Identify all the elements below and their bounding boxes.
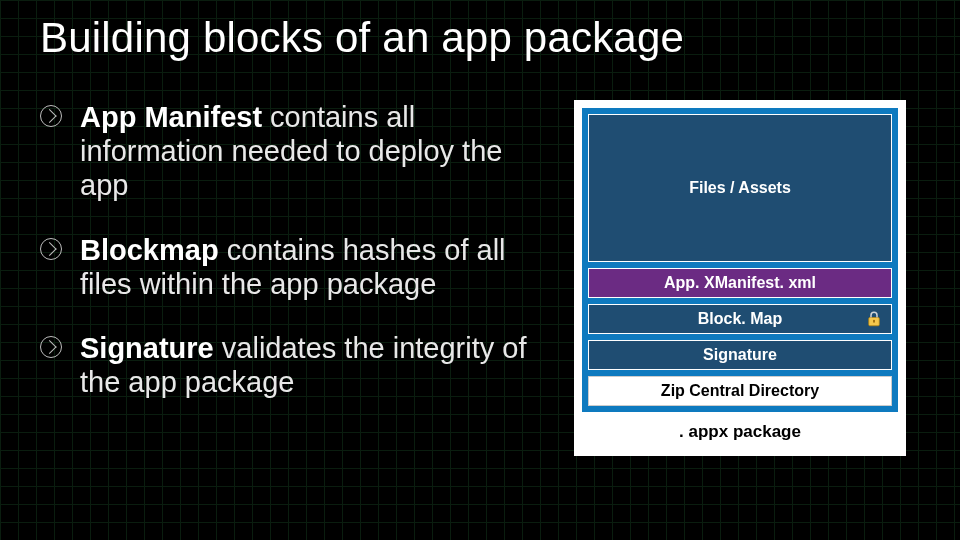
bullet-item: App Manifest contains all information ne… — [40, 100, 540, 203]
content-columns: App Manifest contains all information ne… — [40, 100, 920, 456]
package-inner-box: Files / Assets App. XManifest. xml Block… — [582, 108, 898, 412]
lock-icon — [865, 310, 883, 328]
package-layer-label: Block. Map — [698, 310, 782, 328]
bullet-item: Blockmap contains hashes of all files wi… — [40, 233, 540, 301]
package-caption: . appx package — [582, 412, 898, 448]
bullet-marker-icon — [40, 105, 62, 127]
bullet-item: Signature validates the integrity of the… — [40, 331, 540, 399]
package-layer-files: Files / Assets — [588, 114, 892, 262]
package-diagram-column: Files / Assets App. XManifest. xml Block… — [570, 100, 910, 456]
package-layer-label: Zip Central Directory — [661, 382, 819, 400]
slide-title: Building blocks of an app package — [40, 14, 920, 62]
package-layer-label: Files / Assets — [689, 179, 791, 197]
package-stack: Files / Assets App. XManifest. xml Block… — [588, 114, 892, 406]
bullet-marker-icon — [40, 238, 62, 260]
package-layer-manifest: App. XManifest. xml — [588, 268, 892, 298]
package-layer-label: Signature — [703, 346, 777, 364]
svg-rect-1 — [873, 320, 875, 323]
bullet-bold: Signature — [80, 332, 214, 364]
bullet-list: App Manifest contains all information ne… — [40, 100, 540, 400]
bullet-bold: Blockmap — [80, 234, 219, 266]
bullet-list-column: App Manifest contains all information ne… — [40, 100, 540, 456]
package-layer-zip: Zip Central Directory — [588, 376, 892, 406]
package-layer-blockmap: Block. Map — [588, 304, 892, 334]
bullet-marker-icon — [40, 336, 62, 358]
package-layer-signature: Signature — [588, 340, 892, 370]
bullet-bold: App Manifest — [80, 101, 262, 133]
package-outer-box: Files / Assets App. XManifest. xml Block… — [574, 100, 906, 456]
package-layer-label: App. XManifest. xml — [664, 274, 816, 292]
slide: Building blocks of an app package App Ma… — [0, 0, 960, 540]
